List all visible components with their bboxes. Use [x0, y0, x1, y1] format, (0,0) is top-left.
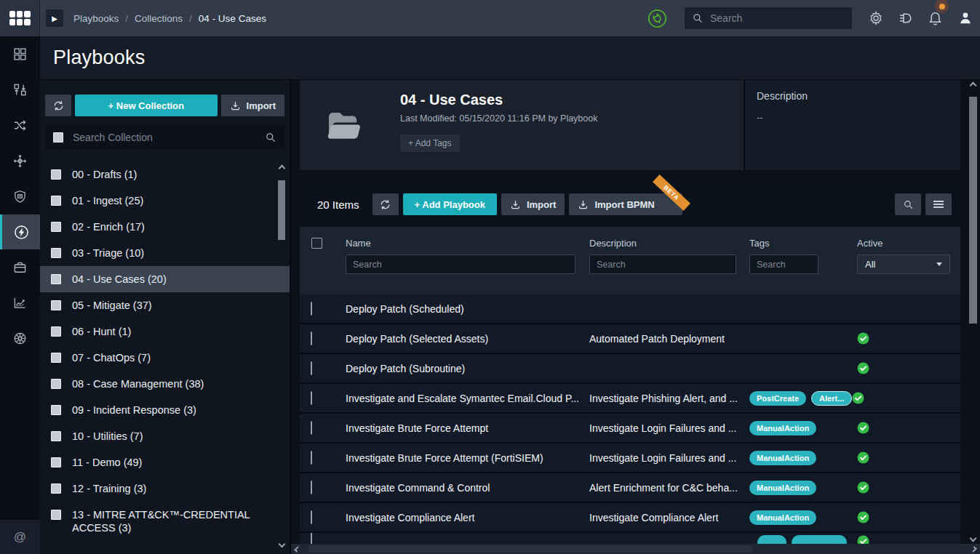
add-tags-button[interactable]: + Add Tags [400, 135, 460, 152]
collection-checkbox[interactable] [51, 457, 61, 467]
app-logo[interactable] [0, 0, 40, 36]
tags-filter-input[interactable] [757, 260, 811, 270]
collection-item[interactable]: 06 - Hunt (1) [40, 318, 290, 345]
row-checkbox[interactable] [311, 481, 312, 494]
rail-shield-icon[interactable] [0, 179, 40, 214]
tag-pill[interactable]: PostCreate [749, 391, 806, 406]
rail-briefcase-icon[interactable] [0, 249, 40, 285]
collection-checkbox[interactable] [51, 379, 61, 389]
select-all-collections-checkbox[interactable] [53, 132, 63, 142]
collection-checkbox[interactable] [51, 196, 61, 206]
row-checkbox[interactable] [311, 533, 312, 544]
description-filter-input[interactable] [597, 260, 729, 270]
column-header-name[interactable]: Name [334, 238, 578, 249]
breadcrumb-collections[interactable]: Collections [135, 13, 183, 24]
tag-pill[interactable]: ManualAction [749, 451, 816, 465]
breadcrumb-playbooks[interactable]: Playbooks [73, 13, 119, 24]
collection-item[interactable]: 08 - Case Management (38) [40, 371, 290, 397]
table-row[interactable]: Investigate Brute Force Attempt (FortiSI… [300, 443, 960, 473]
notifications-bell-icon[interactable] [920, 0, 950, 36]
collection-checkbox[interactable] [51, 431, 61, 441]
tag-pill[interactable]: Alert... [811, 391, 852, 406]
collection-checkbox[interactable] [51, 405, 61, 415]
scrollbar-thumb[interactable] [308, 545, 752, 553]
playbook-name[interactable]: Deploy Patch (Subroutine) [334, 363, 578, 374]
row-checkbox[interactable] [311, 451, 312, 465]
scrollbar-thumb[interactable] [969, 97, 977, 324]
table-menu-button[interactable] [925, 193, 952, 215]
collection-item[interactable]: 13 - MITRE ATT&CK™-CREDENTIAL ACCESS (3) [40, 502, 290, 541]
table-row-partial[interactable] [300, 533, 960, 544]
playbook-name[interactable]: Investigate Command & Control [334, 482, 578, 494]
collection-item[interactable]: 00 - Drafts (1) [40, 161, 290, 188]
scrollbar-thumb[interactable] [278, 180, 285, 240]
scroll-up-icon[interactable] [969, 82, 976, 89]
connectors-icon[interactable] [891, 0, 920, 36]
rail-wheel-icon[interactable] [0, 321, 40, 356]
column-header-description[interactable]: Description [578, 238, 740, 249]
rail-crosshair-icon[interactable] [0, 143, 40, 179]
row-checkbox[interactable] [311, 332, 312, 345]
collection-item-selected[interactable]: 04 - Use Cases (20) [40, 266, 290, 292]
collection-checkbox[interactable] [51, 353, 61, 363]
column-header-tags[interactable]: Tags [740, 238, 849, 249]
playbook-name[interactable]: Investigate and Escalate Symantec Email.… [334, 393, 578, 404]
import-bpmn-button[interactable]: Import BPMN [569, 193, 682, 215]
collections-scrollbar[interactable] [277, 166, 286, 547]
refresh-table-button[interactable] [373, 193, 399, 215]
new-collection-button[interactable]: + New Collection [75, 95, 218, 116]
collection-item[interactable]: 11 - Demo (49) [40, 449, 290, 475]
global-search-input[interactable] [710, 12, 845, 24]
table-row[interactable]: Investigate Brute Force Attempt Investig… [300, 414, 960, 443]
table-search-button[interactable] [895, 193, 921, 215]
scroll-up-icon[interactable] [278, 165, 285, 172]
column-header-active[interactable]: Active [849, 238, 960, 249]
playbook-name[interactable]: Investigate Compliance Alert [334, 512, 578, 523]
collection-item[interactable]: 01 - Ingest (25) [40, 188, 290, 214]
collection-search[interactable] [45, 125, 284, 150]
collection-item[interactable]: 09 - Incident Response (3) [40, 397, 290, 423]
settings-gear-icon[interactable] [861, 0, 891, 36]
row-checkbox[interactable] [311, 421, 312, 435]
table-row[interactable]: Investigate Compliance Alert Investigate… [300, 503, 960, 533]
tag-pill[interactable]: ManualAction [749, 510, 816, 525]
row-checkbox[interactable] [311, 391, 312, 405]
playbook-name[interactable]: Investigate Brute Force Attempt [334, 422, 578, 434]
tag-pill[interactable]: ManualAction [749, 481, 816, 495]
rail-shuffle-icon[interactable] [0, 108, 40, 143]
playbook-name[interactable]: Deploy Patch (Selected Assets) [334, 333, 578, 345]
row-checkbox[interactable] [311, 361, 312, 375]
scroll-down-icon[interactable] [969, 535, 976, 542]
collection-checkbox[interactable] [51, 248, 61, 258]
row-checkbox[interactable] [311, 510, 312, 524]
import-playbook-button[interactable]: Import [501, 193, 565, 215]
add-playbook-button[interactable]: + Add Playbook [403, 193, 497, 215]
scroll-left-icon[interactable] [294, 546, 300, 552]
tag-pill[interactable] [792, 535, 847, 544]
select-all-checkbox[interactable] [311, 238, 322, 249]
collection-checkbox[interactable] [51, 483, 61, 494]
collection-checkbox[interactable] [51, 300, 61, 310]
rail-dashboard-icon[interactable] [0, 36, 40, 72]
row-checkbox[interactable] [311, 302, 312, 316]
collection-item[interactable]: 12 - Training (3) [40, 475, 290, 502]
tag-pill[interactable]: ManualAction [749, 421, 816, 435]
collection-item[interactable]: 03 - Triage (10) [40, 240, 290, 266]
rail-import-export-icon[interactable] [0, 72, 40, 108]
collection-checkbox[interactable] [51, 274, 61, 284]
table-row[interactable]: Deploy Patch (Selected Assets) Automated… [300, 324, 960, 354]
collection-checkbox[interactable] [51, 510, 61, 520]
scroll-down-icon[interactable] [278, 541, 285, 548]
table-row[interactable]: Investigate and Escalate Symantec Email.… [300, 384, 960, 414]
global-search[interactable] [685, 7, 852, 29]
rail-playbooks-bolt-icon[interactable] [0, 214, 40, 249]
breadcrumb-play-button[interactable]: ▶ [46, 9, 63, 27]
name-filter-input[interactable] [353, 260, 568, 270]
rail-chart-icon[interactable] [0, 285, 40, 321]
collection-item[interactable]: 02 - Enrich (17) [40, 214, 290, 240]
table-row[interactable]: Deploy Patch (Subroutine) [300, 354, 960, 384]
collection-item[interactable]: 07 - ChatOps (7) [40, 345, 290, 371]
horizontal-scrollbar[interactable] [291, 544, 980, 554]
active-filter-dropdown[interactable]: All [857, 254, 950, 274]
main-scrollbar[interactable] [968, 83, 977, 541]
